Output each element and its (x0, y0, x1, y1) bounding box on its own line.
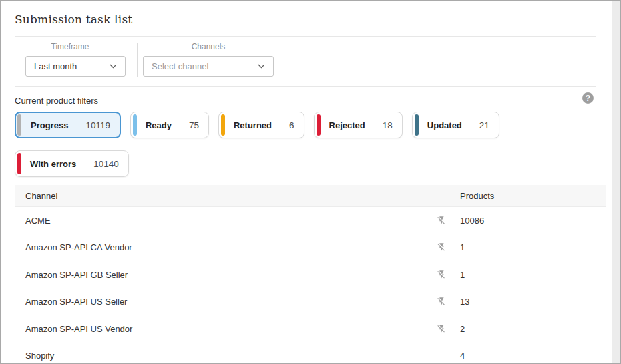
status-accent-bar (133, 114, 137, 136)
filter-chip-label: With errors (30, 159, 76, 169)
timeframe-select[interactable]: Last month (25, 56, 126, 77)
filters-toolbar: Timeframe Last month Channels Select cha… (15, 37, 606, 86)
channel-name: Amazon SP-API GB Seller (15, 270, 427, 280)
filter-chip-label: Returned (234, 120, 272, 130)
table-header: Channel Products (15, 185, 606, 207)
main-panel: Submission task list Timeframe Last mont… (1, 1, 611, 363)
filter-chip-with-errors[interactable]: With errors10140 (15, 150, 129, 177)
products-count: 10086 (456, 216, 606, 226)
filter-chip-count: 18 (383, 120, 393, 130)
status-accent-bar (17, 114, 21, 136)
filter-chip-count: 10119 (85, 120, 110, 130)
table-row[interactable]: Amazon SP-API CA Vendor1 (15, 234, 606, 262)
channels-placeholder: Select channel (152, 61, 208, 71)
filter-chip-rejected[interactable]: Rejected18 (314, 112, 403, 138)
filter-chip-count: 6 (289, 120, 294, 130)
filter-chip-label: Ready (146, 120, 172, 130)
filter-chip-label: Progress (31, 120, 68, 130)
column-header-products: Products (456, 191, 606, 201)
table-body: ACME10086Amazon SP-API CA Vendor1Amazon … (15, 207, 606, 364)
products-count: 2 (456, 324, 606, 334)
table-row[interactable]: Shopify4 (15, 343, 606, 364)
channel-name: ACME (15, 216, 427, 226)
chevron-down-icon (110, 64, 117, 69)
channel-icon-cell (427, 297, 456, 307)
table-row[interactable]: Amazon SP-API GB Seller1 (15, 261, 606, 289)
timeframe-section: Timeframe Last month (15, 42, 126, 77)
flash-off-icon (437, 324, 447, 334)
flash-off-icon (437, 270, 447, 280)
chevron-down-icon (258, 64, 265, 69)
channels-label: Channels (192, 42, 226, 51)
filter-chip-returned[interactable]: Returned6 (218, 112, 304, 138)
flash-off-icon (437, 242, 447, 252)
toolbar-divider (137, 43, 138, 77)
filter-chips: Progress10119Ready75Returned6Rejected18U… (15, 112, 549, 177)
divider (15, 86, 596, 87)
flash-off-icon (437, 216, 447, 226)
products-count: 1 (456, 242, 606, 252)
table-row[interactable]: ACME10086 (15, 207, 606, 234)
channels-section: Channels Select channel (143, 42, 274, 77)
scrollbar-track[interactable] (612, 1, 620, 363)
app-window: Submission task list Timeframe Last mont… (0, 0, 621, 364)
channel-name: Amazon SP-API US Seller (15, 297, 427, 307)
status-accent-bar (317, 114, 321, 136)
channels-select[interactable]: Select channel (143, 56, 274, 77)
products-count: 4 (456, 351, 606, 361)
filter-chip-ready[interactable]: Ready75 (130, 112, 209, 138)
status-accent-bar (415, 114, 419, 136)
filter-chip-progress[interactable]: Progress10119 (15, 112, 121, 138)
product-filters-heading: Current product filters (15, 96, 98, 106)
status-accent-bar (221, 114, 225, 136)
channel-icon-cell (427, 324, 456, 334)
filter-chip-count: 21 (479, 120, 489, 130)
table-row[interactable]: Amazon SP-API US Seller13 (15, 289, 606, 316)
filter-chip-count: 75 (189, 120, 199, 130)
channel-name: Amazon SP-API US Vendor (15, 324, 427, 334)
product-filters-header: Current product filters ? (15, 94, 606, 106)
timeframe-value: Last month (34, 61, 77, 71)
filter-chip-label: Updated (427, 120, 462, 130)
products-count: 1 (456, 270, 606, 280)
channel-icon-cell (427, 242, 456, 252)
column-header-channel: Channel (15, 191, 427, 201)
filter-chip-updated[interactable]: Updated21 (412, 112, 499, 138)
channels-table: Channel Products ACME10086Amazon SP-API … (15, 185, 606, 364)
status-accent-bar (17, 153, 21, 174)
table-row[interactable]: Amazon SP-API US Vendor2 (15, 315, 606, 343)
help-icon[interactable]: ? (582, 92, 594, 104)
timeframe-label: Timeframe (51, 42, 89, 51)
products-count: 13 (456, 297, 606, 307)
channel-icon-cell (427, 216, 456, 226)
channel-name: Amazon SP-API CA Vendor (15, 242, 427, 252)
channel-name: Shopify (15, 351, 427, 361)
filter-chip-count: 10140 (93, 159, 119, 169)
filter-chip-label: Rejected (329, 120, 365, 130)
page-title: Submission task list (15, 13, 606, 26)
channel-icon-cell (427, 270, 456, 280)
flash-off-icon (437, 297, 447, 307)
